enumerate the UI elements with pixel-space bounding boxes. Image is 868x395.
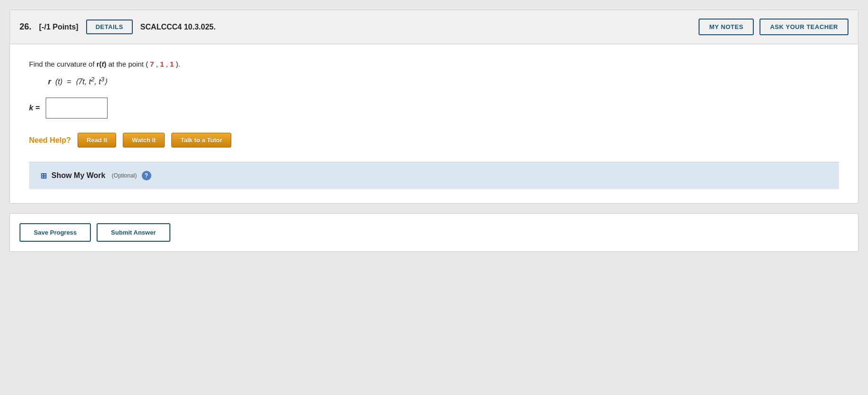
coord-7: 7: [150, 60, 154, 68]
my-notes-button[interactable]: MY NOTES: [699, 19, 754, 35]
math-formula: r (t) = ⟨7t, t2, t3⟩: [48, 76, 839, 86]
bottom-area: Save Progress Submit Answer: [0, 213, 868, 261]
r-t-label: r(t): [97, 60, 107, 68]
need-help-row: Need Help? Read It Watch It Talk to a Tu…: [29, 133, 839, 148]
question-body: Find the curvature of r(t) at the point …: [10, 44, 858, 203]
watch-it-button[interactable]: Watch It: [123, 133, 165, 148]
bottom-button-2[interactable]: Submit Answer: [97, 223, 170, 242]
problem-description: Find the curvature of r(t) at the point …: [29, 59, 839, 70]
answer-input[interactable]: [46, 98, 108, 118]
show-work-expand-icon[interactable]: ⊞: [40, 171, 47, 180]
need-help-label: Need Help?: [29, 136, 71, 145]
question-number: 26.: [20, 22, 31, 32]
ask-teacher-button[interactable]: ASK YOUR TEACHER: [760, 19, 848, 35]
k-label: k =: [29, 104, 40, 112]
description-mid: at the point (: [108, 60, 148, 68]
comma1: ,: [156, 60, 160, 68]
comma2: ,: [166, 60, 170, 68]
show-my-work-section: ⊞ Show My Work (Optional) ?: [29, 162, 839, 189]
help-circle-icon[interactable]: ?: [142, 171, 151, 180]
read-it-button[interactable]: Read It: [78, 133, 116, 148]
points-label: [-/1 Points]: [39, 23, 79, 31]
answer-row: k =: [29, 98, 839, 118]
problem-id: SCALCCC4 10.3.025.: [140, 23, 691, 31]
description-suffix: ).: [176, 60, 180, 68]
page-wrapper: 26. [-/1 Points] DETAILS SCALCCC4 10.3.0…: [0, 0, 868, 270]
formula-r-bold: r: [48, 78, 51, 86]
talk-to-tutor-button[interactable]: Talk to a Tutor: [171, 133, 231, 148]
description-prefix: Find the curvature of: [29, 60, 97, 68]
show-work-label: Show My Work: [51, 171, 106, 180]
formula-rest: (t) = ⟨7t, t2, t3⟩: [53, 78, 108, 86]
question-card: 26. [-/1 Points] DETAILS SCALCCC4 10.3.0…: [10, 10, 858, 204]
bottom-card: Save Progress Submit Answer: [10, 213, 858, 252]
header-right-buttons: MY NOTES ASK YOUR TEACHER: [699, 19, 848, 35]
question-header: 26. [-/1 Points] DETAILS SCALCCC4 10.3.0…: [10, 10, 858, 44]
optional-label: (Optional): [110, 172, 137, 179]
bottom-button-1[interactable]: Save Progress: [20, 223, 91, 242]
coord-1b: 1: [170, 60, 174, 68]
details-button[interactable]: DETAILS: [86, 20, 133, 34]
coord-1a: 1: [160, 60, 164, 68]
